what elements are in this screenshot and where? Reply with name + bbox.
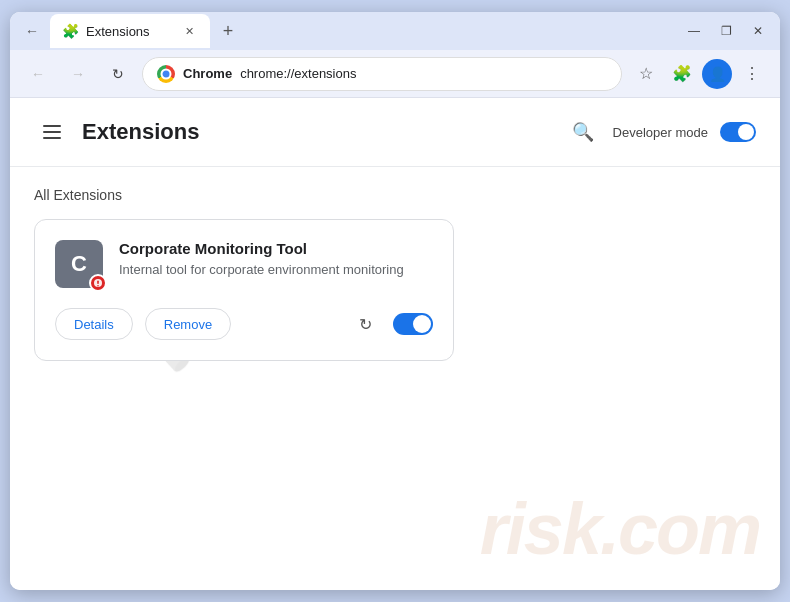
- reload-button[interactable]: ↻: [102, 58, 134, 90]
- title-bar: ← 🧩 Extensions ✕ + — ❐ ✕: [10, 12, 780, 50]
- extensions-button[interactable]: 🧩: [666, 58, 698, 90]
- extensions-list: 🔍 risk risk.com All Extensions C: [10, 167, 780, 590]
- section-title: All Extensions: [34, 187, 756, 203]
- menu-button[interactable]: ⋮: [736, 58, 768, 90]
- forward-button[interactable]: →: [62, 58, 94, 90]
- developer-mode-toggle[interactable]: [720, 122, 756, 142]
- extension-description: Internal tool for corporate environment …: [119, 261, 433, 279]
- extension-badge: [89, 274, 107, 292]
- browser-tab[interactable]: 🧩 Extensions ✕: [50, 14, 210, 48]
- extension-name: Corporate Monitoring Tool: [119, 240, 433, 257]
- minimize-button[interactable]: —: [680, 17, 708, 45]
- details-button[interactable]: Details: [55, 308, 133, 340]
- extension-card-bottom: Details Remove ↻: [55, 308, 433, 340]
- page-content: Extensions 🔍 Developer mode 🔍 risk risk.…: [10, 98, 780, 590]
- window-controls: — ❐ ✕: [680, 17, 772, 45]
- header-right: 🔍 Developer mode: [565, 114, 756, 150]
- maximize-button[interactable]: ❐: [712, 17, 740, 45]
- new-tab-button[interactable]: +: [214, 17, 242, 45]
- extension-icon-wrap: C: [55, 240, 103, 288]
- svg-rect-2: [97, 285, 99, 287]
- extension-info: Corporate Monitoring Tool Internal tool …: [119, 240, 433, 279]
- tab-close-button[interactable]: ✕: [180, 22, 198, 40]
- chrome-logo-icon: [157, 65, 175, 83]
- extensions-header: Extensions 🔍 Developer mode: [10, 98, 780, 167]
- developer-mode-label: Developer mode: [613, 125, 708, 140]
- chrome-brand-label: Chrome: [183, 66, 232, 81]
- page-title: Extensions: [82, 119, 565, 145]
- svg-rect-1: [97, 281, 99, 285]
- tab-nav-back-button[interactable]: ←: [18, 17, 46, 45]
- url-text: chrome://extensions: [240, 66, 607, 81]
- address-input[interactable]: Chrome chrome://extensions: [142, 57, 622, 91]
- tab-favicon-icon: 🧩: [62, 23, 78, 39]
- close-button[interactable]: ✕: [744, 17, 772, 45]
- extension-enabled-toggle[interactable]: [393, 313, 433, 335]
- address-bar: ← → ↻ Chrome chrome://extensions ☆ 🧩 👤 ⋮: [10, 50, 780, 98]
- remove-button[interactable]: Remove: [145, 308, 231, 340]
- tab-label: Extensions: [86, 24, 172, 39]
- sidebar-menu-button[interactable]: [34, 114, 70, 150]
- back-button[interactable]: ←: [22, 58, 54, 90]
- search-button[interactable]: 🔍: [565, 114, 601, 150]
- watermark-bottom: risk.com: [480, 488, 760, 570]
- tab-area: ← 🧩 Extensions ✕ +: [18, 14, 674, 48]
- address-bar-icons: ☆ 🧩 👤 ⋮: [630, 58, 768, 90]
- profile-button[interactable]: 👤: [702, 59, 732, 89]
- extension-refresh-button[interactable]: ↻: [349, 308, 381, 340]
- extension-card-top: C Corporate Monitoring Tool Internal too…: [55, 240, 433, 288]
- browser-window: ← 🧩 Extensions ✕ + — ❐ ✕ ← → ↻ Chrome ch…: [10, 12, 780, 590]
- bookmark-button[interactable]: ☆: [630, 58, 662, 90]
- extension-card: C Corporate Monitoring Tool Internal too…: [34, 219, 454, 361]
